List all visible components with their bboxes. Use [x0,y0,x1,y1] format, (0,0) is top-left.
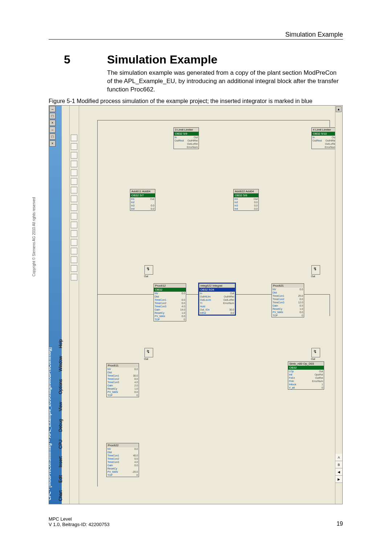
block-proc612[interactable]: Proc612 OB32 NV0.0 Dist TimeCon10.0 Time… [154,283,186,321]
menu-bar[interactable]: Chart Edit Insert CPU Debug View Options… [62,106,70,504]
open-icon[interactable] [71,143,77,150]
sheet-tab[interactable]: A [335,454,342,461]
cfc-screenshot: CFC - [ModPreConSimInteg -- APL_Example_… [49,105,343,504]
menu-view[interactable]: View [58,402,63,411]
scroll-up-icon[interactable]: ▲ [336,106,342,112]
close-icon[interactable]: × [49,120,56,126]
sheet-nav-prev[interactable]: ◀ [335,468,342,476]
maximize-icon[interactable]: □ [49,113,56,119]
block-limit4[interactable]: 4 Limit Limiter OB32 5/10 InOut OutRestO… [311,127,337,149]
minimize-icon[interactable]: – [49,106,56,112]
block-title: 4 Limit Limiter [312,128,336,132]
ob-node[interactable]: Out [144,265,153,275]
block-ob: OB32 [154,288,186,292]
block-add622[interactable]: Add622 Add04 OB32 5/8 In1Out In20.0 In30… [233,189,259,211]
menu-window[interactable]: Window [58,356,63,372]
block-proc621[interactable]: Proc621 NV0.0 Dist TimeCon125.0 TimeCon2… [271,283,304,317]
minimize-icon[interactable]: – [49,127,56,133]
help-icon[interactable] [71,274,77,280]
cut-icon[interactable] [71,169,77,176]
wire [97,120,98,487]
paste-icon[interactable] [71,187,77,193]
block-title: Proc611 [107,364,139,368]
menu-edit[interactable]: Edit [58,475,63,483]
block-ob: OB32 5/8 [234,193,258,197]
sheet-tab-bar[interactable]: ▲ A B ◀ ▶ [335,106,342,504]
block-title: Integ622 Integrat [199,284,235,288]
wire [330,294,330,316]
block-simbin[interactable]: Simb_n00 Op_D03 OB32 LOpOut IntlOpsRst F… [288,361,324,390]
block-proc611[interactable]: Proc611 NV0.0 Dist TimeCon130.0 TimeCon2… [106,363,139,397]
zoom-in-icon[interactable] [71,230,77,237]
grid-icon[interactable] [71,265,77,272]
menu-chart[interactable]: Chart [58,491,63,501]
block-ob: OB32 5/24 [199,288,235,292]
close-icon[interactable]: × [49,140,56,147]
block-integ622[interactable]: Integ622 Integrat OB32 5/24 InOut OutHiL… [199,283,235,315]
block-title: 3 Limit Limiter [174,128,199,132]
window-title: CFC - [ModPreConSimInteg -- APL_Example_… [49,108,52,500]
block-title: Simb_n00 Op_D03 [288,362,324,366]
cfc-canvas[interactable]: Out Out Out Out Proc611 NV0.0 Dist TimeC… [79,106,342,504]
chapter-number: 5 [64,53,70,66]
compile-icon[interactable] [71,196,77,202]
menu-debug[interactable]: Debug [58,419,63,432]
block-ob: OB32 5/10 [312,132,336,136]
ob-node[interactable]: Out [144,348,153,357]
footer-left: MPC Level V 1.0, Beitrags-ID: 42200753 [49,516,110,527]
ob-node[interactable]: Out [311,265,320,275]
sheet-tab[interactable]: B [335,461,342,468]
block-ob: OB32 [288,366,324,370]
menu-options[interactable]: Options [58,379,63,394]
view-sheet-icon[interactable] [71,239,77,246]
menu-insert[interactable]: Insert [58,456,63,467]
zoom-out-icon[interactable] [71,222,77,228]
copyright-text: Copyright © Siemens AG 2010 All rights r… [32,197,36,276]
toolbar[interactable] [70,106,79,504]
sheet-nav-next[interactable]: ▶ [335,476,342,483]
catalog-icon[interactable] [71,257,77,263]
menu-help[interactable]: Help [58,339,63,348]
running-header: Simulation Example [285,31,343,38]
block-title: Add622 Add04 [234,189,258,193]
block-add611[interactable]: Add611 Add04 OB32 5/7 In1Out In2 In30.0 … [130,189,155,211]
block-title: Proc622 [107,443,139,447]
print-icon[interactable] [71,161,77,167]
wire [97,120,330,120]
block-limit3[interactable]: 3 Limit Limiter OB32 5/9 InOut OutRestOu… [173,127,199,149]
chapter-title: Simulation Example [107,53,217,66]
block-title: Proc612 [154,284,186,288]
maximize-icon[interactable]: □ [49,134,56,140]
testmode-icon[interactable] [71,213,77,219]
block-proc622[interactable]: Proc622 NV0.0 Dist TimeCon140.0 TimeCon2… [106,443,139,477]
page-number: 19 [336,521,343,527]
header-rule [49,39,343,40]
copy-icon[interactable] [71,178,77,185]
figure-caption: Figure 5-1 Modified process simulation o… [49,98,343,104]
overview-icon[interactable] [71,248,77,254]
block-title: Add611 Add04 [130,189,155,193]
block-ob: OB32 5/7 [130,193,155,197]
block-ob: OB32 5/9 [174,132,199,136]
menu-cpu[interactable]: CPU [58,440,63,449]
download-icon[interactable] [71,204,77,211]
new-icon[interactable] [71,135,77,141]
ob-node[interactable]: Out [311,348,320,357]
chapter-body: The simulation example was generated fro… [107,69,343,94]
save-icon[interactable] [71,152,77,159]
block-title: Proc621 [272,284,304,288]
